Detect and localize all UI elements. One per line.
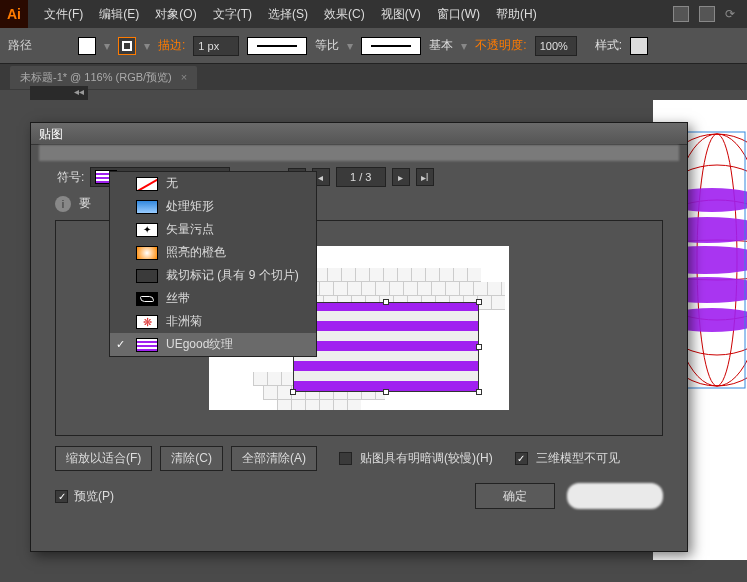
preview-label: 预览(P) bbox=[74, 488, 114, 505]
surface-index: 1 / 3 bbox=[336, 167, 386, 187]
menu-object[interactable]: 对象(O) bbox=[147, 6, 204, 23]
invisible-checkbox[interactable]: ✓ bbox=[515, 452, 528, 465]
dd-item-glow[interactable]: 照亮的橙色 bbox=[110, 241, 316, 264]
tab-title: 未标题-1* @ 116% (RGB/预览) bbox=[20, 71, 172, 83]
blurred-region bbox=[39, 145, 679, 161]
dd-item-crop[interactable]: 裁切标记 (具有 9 个切片) bbox=[110, 264, 316, 287]
tab-close-icon[interactable]: × bbox=[181, 71, 187, 83]
sync-icon[interactable]: ⟳ bbox=[725, 7, 735, 21]
style-swatch[interactable] bbox=[630, 37, 648, 55]
dd-item-stripe[interactable]: ✓UEgood纹理 bbox=[110, 333, 316, 356]
resize-handle[interactable] bbox=[290, 389, 296, 395]
dd-label: 非洲菊 bbox=[166, 313, 202, 330]
invisible-label: 三维模型不可见 bbox=[536, 450, 620, 467]
styles-label: 样式: bbox=[595, 37, 622, 54]
preview-checkbox[interactable]: ✓ bbox=[55, 490, 68, 503]
mapped-symbol[interactable] bbox=[293, 302, 479, 392]
dd-label: 裁切标记 (具有 9 个切片) bbox=[166, 267, 299, 284]
rect-icon bbox=[136, 200, 158, 214]
brush-select[interactable] bbox=[361, 37, 421, 55]
layout-icon[interactable] bbox=[673, 6, 689, 22]
ribbon-icon bbox=[136, 292, 158, 306]
tab-bar: 未标题-1* @ 116% (RGB/预览) × bbox=[0, 64, 747, 90]
clear-all-button[interactable]: 全部清除(A) bbox=[231, 446, 317, 471]
stroke-swatch[interactable] bbox=[118, 37, 136, 55]
stroke-width-input[interactable] bbox=[193, 36, 239, 56]
none-icon bbox=[136, 177, 158, 191]
next-surface-button[interactable]: ▸ bbox=[392, 168, 410, 186]
menu-view[interactable]: 视图(V) bbox=[373, 6, 429, 23]
stroke-label: 描边: bbox=[158, 37, 185, 54]
app-logo: Ai bbox=[0, 0, 28, 28]
resize-handle[interactable] bbox=[476, 389, 482, 395]
resize-handle[interactable] bbox=[383, 389, 389, 395]
info-text: 要 bbox=[79, 195, 91, 212]
menu-help[interactable]: 帮助(H) bbox=[488, 6, 545, 23]
dd-label: 处理矩形 bbox=[166, 198, 214, 215]
resize-handle[interactable] bbox=[476, 344, 482, 350]
profile-select[interactable] bbox=[247, 37, 307, 55]
brush-label: 基本 bbox=[429, 37, 453, 54]
dd-item-none[interactable]: 无 bbox=[110, 172, 316, 195]
symbol-label: 符号: bbox=[57, 169, 84, 186]
menu-type[interactable]: 文字(T) bbox=[205, 6, 260, 23]
menu-window[interactable]: 窗口(W) bbox=[429, 6, 488, 23]
shade-label: 贴图具有明暗调(较慢)(H) bbox=[360, 450, 493, 467]
menu-effect[interactable]: 效果(C) bbox=[316, 6, 373, 23]
menubar: Ai 文件(F) 编辑(E) 对象(O) 文字(T) 选择(S) 效果(C) 视… bbox=[0, 0, 747, 28]
crop-icon bbox=[136, 269, 158, 283]
dd-label: UEgood纹理 bbox=[166, 336, 233, 353]
dd-label: 矢量污点 bbox=[166, 221, 214, 238]
opacity-input[interactable] bbox=[535, 36, 577, 56]
arrange-icon[interactable] bbox=[699, 6, 715, 22]
stripe-icon bbox=[136, 338, 158, 352]
menu-file[interactable]: 文件(F) bbox=[36, 6, 91, 23]
dd-item-flower[interactable]: 非洲菊 bbox=[110, 310, 316, 333]
dd-label: 丝带 bbox=[166, 290, 190, 307]
menu-select[interactable]: 选择(S) bbox=[260, 6, 316, 23]
last-surface-button[interactable]: ▸I bbox=[416, 168, 434, 186]
clear-button[interactable]: 清除(C) bbox=[160, 446, 223, 471]
profile-label: 等比 bbox=[315, 37, 339, 54]
symbol-dropdown[interactable]: 无 处理矩形 矢量污点 照亮的橙色 裁切标记 (具有 9 个切片) 丝带 非洲菊… bbox=[109, 171, 317, 357]
dd-item-ribbon[interactable]: 丝带 bbox=[110, 287, 316, 310]
map-art-dialog: 贴图 符号: UEgood纹理 ▼ 表面: I◂ ◂ 1 / 3 ▸ ▸I i … bbox=[30, 122, 688, 552]
control-bar: 路径 ▾ ▾ 描边: 等比▾ 基本▾ 不透明度: 样式: bbox=[0, 28, 747, 64]
scale-to-fit-button[interactable]: 缩放以适合(F) bbox=[55, 446, 152, 471]
glow-icon bbox=[136, 246, 158, 260]
dirt-icon bbox=[136, 223, 158, 237]
panel-collapse[interactable]: ◂◂ bbox=[30, 86, 88, 100]
mode-label: 路径 bbox=[8, 37, 32, 54]
fill-swatch[interactable] bbox=[78, 37, 96, 55]
menu-edit[interactable]: 编辑(E) bbox=[91, 6, 147, 23]
resize-handle[interactable] bbox=[383, 299, 389, 305]
resize-handle[interactable] bbox=[476, 299, 482, 305]
opacity-label: 不透明度: bbox=[475, 37, 526, 54]
info-icon: i bbox=[55, 196, 71, 212]
shade-checkbox[interactable] bbox=[339, 452, 352, 465]
dd-item-rect[interactable]: 处理矩形 bbox=[110, 195, 316, 218]
check-icon: ✓ bbox=[116, 338, 125, 351]
dialog-title: 贴图 bbox=[31, 123, 687, 145]
dd-label: 照亮的橙色 bbox=[166, 244, 226, 261]
cancel-button[interactable] bbox=[567, 483, 663, 509]
surface-grid bbox=[277, 400, 361, 410]
dd-label: 无 bbox=[166, 175, 178, 192]
flower-icon bbox=[136, 315, 158, 329]
ok-button[interactable]: 确定 bbox=[475, 483, 555, 509]
dd-item-dirt[interactable]: 矢量污点 bbox=[110, 218, 316, 241]
